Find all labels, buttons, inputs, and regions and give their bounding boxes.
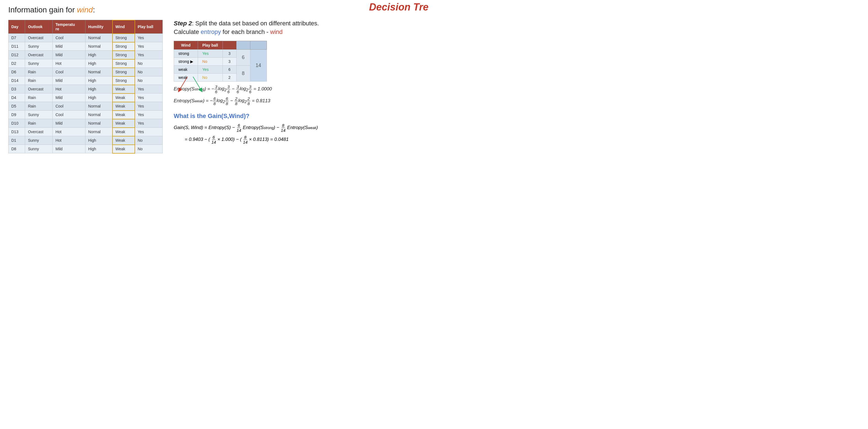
table-cell: D3 [8,85,25,93]
table-cell: Normal [85,119,113,128]
table-cell: No [135,76,163,85]
table-cell: Mild [53,76,86,85]
gain-formula-line1: Gain(S, Wind) = Entropy(S) − 614 Entropy… [174,123,426,133]
right-panel: Decision Tre Step 2: Split the data set … [171,0,434,214]
page-title-right: Decision Tre [364,0,434,14]
table-cell: High [85,145,113,153]
table-cell: Weak [113,136,135,145]
step-label: Step 2 [174,20,192,27]
table-cell: Yes [135,93,163,102]
step-section: Step 2: Split the data set based on diff… [174,19,426,145]
table-cell: Weak [113,111,135,119]
table-cell: Overcast [25,34,53,42]
table-cell: High [85,59,113,68]
wind-plus-braces: Wind Play ball strong Yes 3 [174,41,426,82]
table-cell: Sunny [25,42,53,51]
table-cell: D4 [8,93,25,102]
table-cell: Cool [53,111,86,119]
gain-formula-line2: = 0.9403 − ( 614 × 1.000) − ( 814 × 0.81… [185,135,426,145]
table-cell: D10 [8,119,25,128]
table-cell: Yes [135,42,163,51]
table-cell: D6 [8,68,25,76]
table-cell: Cool [53,34,86,42]
wind-col-5 [250,41,267,49]
table-cell: Yes [135,119,163,128]
table-cell: Hot [53,85,86,93]
table-cell: Overcast [25,128,53,136]
step-text1: : Split the data set based on different … [192,20,319,27]
svg-line-0 [179,76,187,90]
table-cell: Strong [113,51,135,59]
formula-section: Entropy(S strong ) = − 36 log2 36 − 36 l… [174,84,426,106]
col-header-humility: Humility [85,20,113,34]
step-text2-pre: Calculate [174,28,201,35]
col-header-outlook: Outlook [25,20,53,34]
table-cell: Rain [25,76,53,85]
table-cell: D1 [8,136,25,145]
wind-col-playball: Play ball [198,41,222,49]
wind-cell-count1: 3 [222,49,236,57]
table-cell: D8 [8,145,25,153]
table-cell: High [85,136,113,145]
wind-col-wind: Wind [174,41,198,49]
table-cell: D14 [8,76,25,85]
table-cell: Yes [135,34,163,42]
entropy-weak-formula: Entropy(S weak ) = − 68 log2 68 − 28 log… [174,96,426,106]
entropy-strong-formula: Entropy(S strong ) = − 36 log2 36 − 36 l… [174,84,426,94]
table-cell: Normal [85,34,113,42]
table-cell: Mild [53,42,86,51]
table-cell: Weak [113,93,135,102]
table-cell: No [135,59,163,68]
table-cell: D11 [8,42,25,51]
wind-cell-total1: 14 [250,49,267,81]
table-cell: No [135,136,163,145]
table-cell: Hot [53,128,86,136]
wind-cell-count4: 2 [222,73,236,81]
table-cell: Normal [85,102,113,111]
entropy-word: entropy [201,28,221,35]
wind-cell-count2: 3 [222,57,236,65]
table-cell: High [85,51,113,59]
table-cell: D9 [8,111,25,119]
table-cell: Strong [113,34,135,42]
table-cell: Mild [53,145,86,153]
table-cell: Normal [85,128,113,136]
table-cell: Sunny [25,136,53,145]
table-cell: Strong [113,59,135,68]
table-cell: Cool [53,68,86,76]
table-cell: Normal [85,68,113,76]
table-cell: High [85,85,113,93]
table-cell: High [85,93,113,102]
table-cell: Weak [113,85,135,93]
table-cell: Rain [25,68,53,76]
wind-cell-strong1: strong [174,49,198,57]
table-cell: Yes [135,102,163,111]
col-header-temperature: Temperature [53,20,86,34]
wind-cell-group1: 6 [236,49,250,65]
table-cell: D12 [8,51,25,59]
gain-title: What is the Gain(S,Wind)? [174,113,426,120]
table-cell: Weak [113,145,135,153]
wind-cell-no1: No [198,57,222,65]
col-header-wind: Wind [113,20,135,34]
title-wind: wind [77,5,93,14]
title-suffix: : [93,5,95,14]
step-description: Step 2: Split the data set based on diff… [174,19,426,36]
svg-line-1 [193,76,201,90]
table-cell: Normal [85,111,113,119]
wind-table-container: Wind Play ball strong Yes 3 [174,41,267,82]
table-cell: Weak [113,102,135,111]
table-cell: Yes [135,128,163,136]
title-text: Information gain for [8,5,77,14]
table-cell: Yes [135,111,163,119]
table-cell: Hot [53,59,86,68]
table-cell: Sunny [25,111,53,119]
table-cell: Strong [113,42,135,51]
table-cell: Overcast [25,85,53,93]
wind-cell-yes2: Yes [198,65,222,73]
wind-cell-yes1: Yes [198,49,222,57]
table-cell: High [85,76,113,85]
table-cell: Yes [135,85,163,93]
table-cell: D5 [8,102,25,111]
page-title: Information gain for wind: [8,5,163,14]
